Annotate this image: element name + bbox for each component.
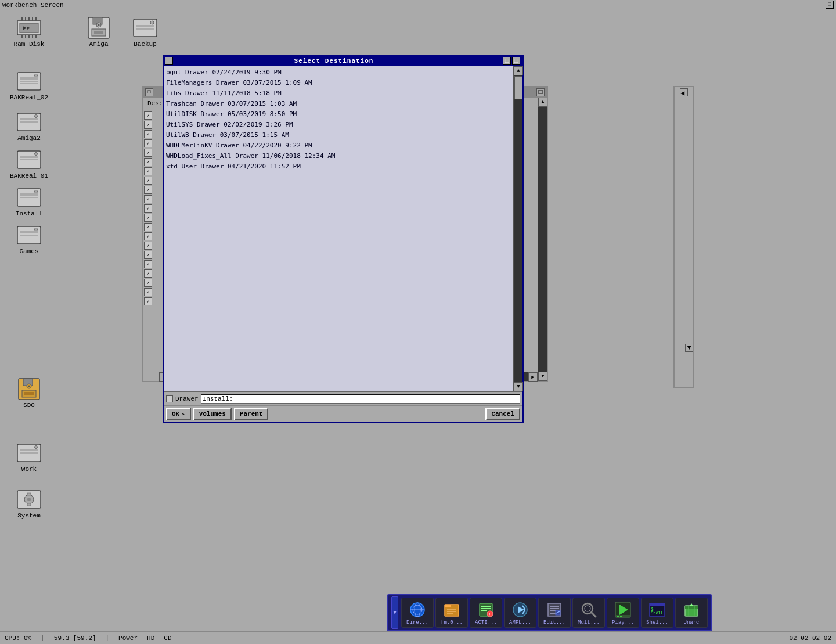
ok-arrow-icon: ↖ [182, 411, 185, 417]
acti-label: ACTI... [475, 620, 497, 625]
bg-window-depth[interactable]: □ [536, 88, 545, 96]
cb14[interactable]: ✓ [144, 232, 152, 240]
cb8[interactable]: ✓ [144, 177, 152, 185]
svg-rect-58 [27, 503, 31, 506]
table-row[interactable]: WHDLoad_Fixes_All Drawer 11/06/2018 12:3… [165, 151, 512, 161]
right-panel-btn1[interactable]: ◀ [680, 88, 688, 96]
volumes-button[interactable]: Volumes [193, 408, 232, 420]
select-dest-depth-button[interactable]: □ [512, 57, 520, 65]
bg-scrollbar-v[interactable]: ▲ ▼ [538, 98, 547, 381]
svg-point-39 [35, 190, 38, 193]
cb21[interactable]: ✓ [144, 297, 152, 305]
select-destination-titlebar: Select Destination □ □ [164, 56, 522, 66]
scrollbar-thumb[interactable] [514, 76, 522, 99]
cb4[interactable]: ✓ [144, 139, 152, 147]
cb15[interactable]: ✓ [144, 242, 152, 250]
cb6[interactable]: ✓ [144, 158, 152, 166]
table-row[interactable]: UtilWB Drawer 03/07/2015 1:15 AM [165, 130, 512, 141]
dock-item-mult[interactable]: Mult... [572, 598, 605, 628]
cb19[interactable]: ✓ [144, 279, 152, 287]
mult-label: Mult... [578, 620, 600, 625]
desktop-icon-bakreal01[interactable]: BAKReal_01 [6, 148, 52, 179]
system-label: System [17, 512, 41, 519]
svg-rect-92 [650, 603, 665, 606]
desktop-icon-games[interactable]: Games [6, 224, 52, 255]
desktop-icon-system[interactable]: System [6, 488, 52, 519]
scrollbar-down-button[interactable]: ▼ [514, 382, 523, 391]
drawer-checkbox[interactable] [166, 395, 173, 402]
status-bar: CPU: 0% | 59.3 [59.2] | Power HD CD 02 0… [0, 631, 836, 644]
desktop-icon-amiga2[interactable]: Amiga2 [6, 110, 52, 142]
table-row[interactable]: FileManagers Drawer 03/07/2015 1:09 AM [165, 78, 512, 88]
scrollbar-up-button[interactable]: ▲ [514, 66, 523, 75]
ok-button[interactable]: OK ↖ [166, 408, 191, 420]
dock-item-acti[interactable]: ! ACTI... [470, 598, 502, 628]
cb1[interactable]: ✓ [144, 111, 152, 120]
cb7[interactable]: ✓ [144, 167, 152, 175]
ramdisk-icon: ▶▶ [15, 16, 43, 39]
table-row[interactable]: Libs Drawer 11/11/2018 5:18 PM [165, 88, 512, 99]
ampl-label: AMPL... [509, 620, 531, 625]
dock-item-play[interactable]: Play... [607, 598, 639, 628]
dock-item-edit[interactable]: Edit... [538, 598, 571, 628]
cb16[interactable]: ✓ [144, 251, 152, 259]
select-dest-close-button[interactable] [165, 57, 173, 65]
bg-scroll-right[interactable]: ▶ [528, 372, 538, 382]
right-panel-btn2[interactable]: ▼ [685, 344, 693, 352]
desktop-icon-work[interactable]: Work [6, 441, 52, 473]
svg-rect-30 [20, 121, 38, 123]
bg-window-close[interactable]: □ [145, 88, 153, 96]
svg-rect-51 [20, 449, 38, 451]
desktop-icon-ramdisk[interactable]: ▶▶ Ram Disk [6, 16, 52, 48]
system-icon [15, 488, 43, 511]
cb5[interactable]: ✓ [144, 149, 152, 157]
cb2[interactable]: ✓ [144, 121, 152, 129]
table-row[interactable]: Trashcan Drawer 03/07/2015 1:03 AM [165, 99, 512, 109]
dock-item-unarc[interactable]: Unarc [675, 598, 708, 628]
cb13[interactable]: ✓ [144, 223, 152, 231]
desktop-icon-backup[interactable]: Backup [122, 16, 168, 48]
title-bar-close-button[interactable]: □ [826, 1, 834, 9]
dock-item-ampl[interactable]: AMPL... [504, 598, 536, 628]
cb11[interactable]: ✓ [144, 204, 152, 213]
play-icon [614, 600, 632, 619]
svg-rect-64 [445, 605, 451, 607]
bakreal02-icon [15, 70, 43, 93]
cb12[interactable]: ✓ [144, 214, 152, 222]
table-row[interactable]: bgut Drawer 02/24/2019 9:30 PM [165, 67, 512, 78]
table-row[interactable]: UtilSYS Drawer 02/02/2019 3:26 PM [165, 120, 512, 130]
cb18[interactable]: ✓ [144, 269, 152, 278]
bg-scroll-up[interactable]: ▲ [538, 98, 547, 107]
select-dest-scrollbar-v[interactable]: ▲ ▼ [513, 66, 522, 391]
cb10[interactable]: ✓ [144, 195, 152, 203]
dock-item-shel[interactable]: $ _ Shell Shel... [641, 598, 673, 628]
drawer-input[interactable] [201, 394, 520, 404]
parent-button[interactable]: Parent [234, 408, 269, 420]
desktop-icon-sd0[interactable]: SD0 [6, 377, 52, 409]
cancel-button[interactable]: Cancel [485, 408, 520, 420]
bakreal01-icon [15, 148, 43, 171]
table-row[interactable]: UtilDISK Drawer 05/03/2019 8:50 PM [165, 109, 512, 120]
desktop-icon-amiga[interactable]: Amiga [75, 16, 122, 48]
work-label: Work [21, 466, 37, 473]
cb20[interactable]: ✓ [144, 288, 152, 296]
dock-toggle-button[interactable]: ▶ [391, 596, 398, 629]
fm-label: fm.0... [441, 620, 463, 625]
cb17[interactable]: ✓ [144, 260, 152, 268]
desktop-icon-bakreal02[interactable]: BAKReal_02 [6, 70, 52, 101]
select-dest-zoom-button[interactable]: □ [503, 57, 511, 65]
status-sep1: | [41, 635, 45, 642]
table-row[interactable]: xfd_User Drawer 04/21/2020 11:52 PM [165, 161, 512, 172]
svg-point-85 [585, 606, 590, 611]
cb9[interactable]: ✓ [144, 186, 152, 194]
dock-item-dire[interactable]: Dire... [401, 598, 434, 628]
svg-rect-20 [136, 25, 154, 27]
cb3[interactable]: ✓ [144, 130, 152, 138]
desktop-icon-install[interactable]: Install [6, 186, 52, 217]
install-icon [15, 186, 43, 209]
table-row[interactable]: WHDLMerlinKV Drawer 04/22/2020 9:22 PM [165, 141, 512, 151]
dock-item-fm[interactable]: fm.0... [435, 598, 468, 628]
drawer-label: Drawer [175, 395, 199, 402]
mult-icon [579, 600, 598, 619]
bg-scroll-down[interactable]: ▼ [538, 372, 547, 381]
